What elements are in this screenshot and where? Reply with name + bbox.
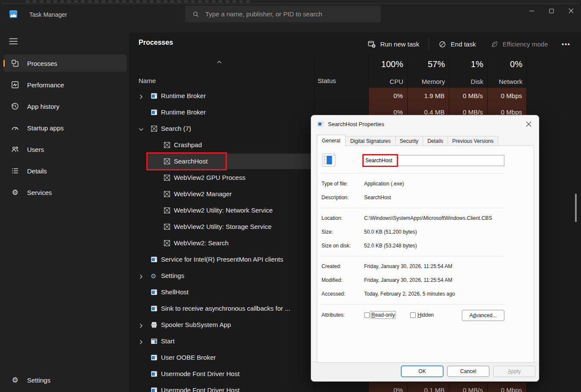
section-separator bbox=[321, 208, 504, 208]
app-window-icon bbox=[151, 289, 158, 296]
cpu-usage-cell: 0% bbox=[368, 88, 407, 104]
placeholder-icon bbox=[164, 207, 170, 214]
ok-button[interactable]: OK bbox=[401, 366, 443, 377]
attributes-label: Attributes: bbox=[321, 312, 345, 318]
apply-button[interactable]: Apply bbox=[493, 366, 535, 377]
dialog-tab-previous-versions[interactable]: Previous Versions bbox=[448, 136, 498, 146]
field-label: Accessed: bbox=[321, 291, 345, 297]
sidebar-item-label: Startup apps bbox=[27, 124, 64, 132]
performance-icon bbox=[11, 80, 19, 89]
cpu-total-usage: 100% bbox=[381, 59, 403, 69]
hidden-checkbox-label[interactable]: Hidden bbox=[417, 312, 434, 318]
dialog-app-window-icon bbox=[317, 120, 324, 127]
process-row[interactable]: Usermode Font Driver Host0%0.1 MB0 MB/s0… bbox=[129, 382, 581, 392]
dialog-tab-strip: GeneralDigital SignaturesSecurityDetails… bbox=[317, 135, 498, 146]
app-window-icon bbox=[151, 354, 158, 361]
column-header-memory[interactable]: 57% Memory bbox=[407, 56, 449, 88]
process-row[interactable]: Runtime Broker0%1.9 MB0 MB/s0 Mbps bbox=[129, 88, 581, 104]
dialog-tab-digital-signatures[interactable]: Digital Signatures bbox=[346, 136, 396, 146]
navigation-menu-button[interactable] bbox=[8, 36, 19, 46]
collapse-chevron-icon[interactable] bbox=[139, 126, 144, 131]
memory-total-usage: 57% bbox=[428, 59, 445, 69]
field-label: Size on disk: bbox=[321, 243, 351, 249]
column-header-name[interactable]: Name bbox=[139, 77, 156, 84]
end-task-button[interactable]: End task bbox=[434, 38, 480, 51]
read-only-checkbox[interactable] bbox=[364, 312, 370, 318]
efficiency-mode-button[interactable]: Efficiency mode bbox=[486, 38, 553, 51]
search-box[interactable] bbox=[185, 6, 381, 22]
sidebar-item-performance[interactable]: Performance bbox=[3, 76, 127, 93]
dialog-close-icon[interactable] bbox=[524, 119, 533, 129]
sort-ascending-icon[interactable] bbox=[216, 58, 222, 66]
process-name: Runtime Broker bbox=[161, 88, 206, 104]
app-window-icon bbox=[151, 109, 158, 116]
dialog-titlebar[interactable]: SearchHost Properties bbox=[311, 115, 539, 133]
sidebar-item-settings[interactable]: ⚙Settings bbox=[3, 371, 127, 389]
process-name: Service for Intel(R) PresentMon API clie… bbox=[161, 251, 283, 268]
gear-icon: ⚙ bbox=[11, 376, 19, 384]
maximize-button[interactable] bbox=[541, 0, 561, 22]
search-input[interactable] bbox=[204, 10, 374, 18]
cancel-button[interactable]: Cancel bbox=[447, 366, 489, 377]
read-only-checkbox-label[interactable]: Read-only bbox=[371, 312, 395, 318]
column-header-cpu[interactable]: 100% CPU bbox=[368, 56, 407, 88]
search-icon bbox=[192, 11, 199, 18]
advanced-button[interactable]: Advanced... bbox=[462, 310, 504, 321]
expand-chevron-icon[interactable] bbox=[139, 339, 144, 344]
process-name: Usermode Font Driver Host bbox=[161, 382, 240, 392]
gear-blue-icon: ⚙ bbox=[151, 272, 158, 279]
process-name: Crashpad bbox=[174, 137, 202, 153]
field-value: Today, February 2, 2026, 5 minutes ago bbox=[364, 291, 506, 297]
field-value: Friday, January 30, 2026, 11:25:54 AM bbox=[364, 277, 506, 283]
process-name: ShellHost bbox=[161, 284, 189, 300]
network-usage-cell: 0 Mbps bbox=[487, 88, 526, 104]
more-options-button[interactable]: ••• bbox=[558, 38, 574, 50]
dialog-footer: OKCancelApply bbox=[311, 361, 539, 381]
end-task-label: End task bbox=[451, 40, 476, 48]
placeholder-icon bbox=[164, 174, 170, 181]
placeholder-icon bbox=[164, 223, 170, 230]
process-name: Spooler SubSystem App bbox=[161, 317, 231, 333]
dialog-tab-general[interactable]: General bbox=[317, 135, 346, 146]
run-new-task-button[interactable]: Run new task bbox=[363, 37, 423, 51]
expand-chevron-icon[interactable] bbox=[139, 273, 144, 278]
field-value: Application (.exe) bbox=[364, 181, 506, 187]
sidebar-item-details[interactable]: Details bbox=[3, 162, 127, 179]
minimize-button[interactable] bbox=[522, 0, 541, 22]
properties-dialog: SearchHost Properties GeneralDigital Sig… bbox=[311, 115, 539, 382]
field-value: SearchHost bbox=[364, 194, 506, 201]
vertical-scrollbar-thumb[interactable] bbox=[575, 194, 577, 222]
sidebar-item-app-history[interactable]: App history bbox=[3, 98, 127, 115]
column-header-network[interactable]: 0% Network bbox=[487, 56, 526, 88]
sidebar-item-users[interactable]: Users bbox=[3, 141, 127, 158]
page-title: Processes bbox=[139, 39, 173, 46]
toolbar-separator bbox=[429, 38, 429, 50]
section-separator bbox=[321, 173, 504, 173]
hidden-checkbox[interactable] bbox=[410, 312, 416, 318]
dialog-tab-security[interactable]: Security bbox=[396, 136, 423, 146]
run-new-task-icon bbox=[368, 40, 376, 48]
sidebar-item-label: App history bbox=[27, 103, 59, 110]
app-window-icon bbox=[151, 256, 158, 263]
sidebar-item-startup-apps[interactable]: Startup apps bbox=[3, 119, 127, 136]
section-separator bbox=[321, 304, 504, 305]
placeholder-icon bbox=[164, 240, 170, 247]
task-manager-app-icon bbox=[9, 10, 17, 18]
expand-chevron-icon[interactable] bbox=[139, 93, 144, 99]
close-button[interactable] bbox=[561, 0, 581, 22]
memory-usage-cell: 0.1 MB bbox=[407, 382, 449, 392]
sidebar-item-label: Settings bbox=[27, 377, 50, 384]
process-name: Usermode Font Driver Host bbox=[161, 366, 240, 382]
sidebar-nav: ProcessesPerformanceApp historyStartup a… bbox=[3, 55, 127, 205]
sidebar-item-processes[interactable]: Processes bbox=[3, 55, 127, 72]
column-header-disk[interactable]: 1% Disk bbox=[449, 56, 487, 88]
dialog-title: SearchHost Properties bbox=[328, 121, 384, 127]
sidebar-item-services[interactable]: ⚙Services bbox=[3, 184, 127, 201]
placeholder-icon bbox=[164, 191, 170, 198]
process-name: Runtime Broker bbox=[161, 104, 206, 120]
sidebar-item-label: Details bbox=[27, 167, 47, 175]
process-name: Sink to receive asynchronous callbacks f… bbox=[161, 300, 290, 317]
dialog-tab-details[interactable]: Details bbox=[423, 136, 448, 146]
column-header-status[interactable]: Status bbox=[318, 77, 336, 84]
expand-chevron-icon[interactable] bbox=[139, 322, 144, 327]
